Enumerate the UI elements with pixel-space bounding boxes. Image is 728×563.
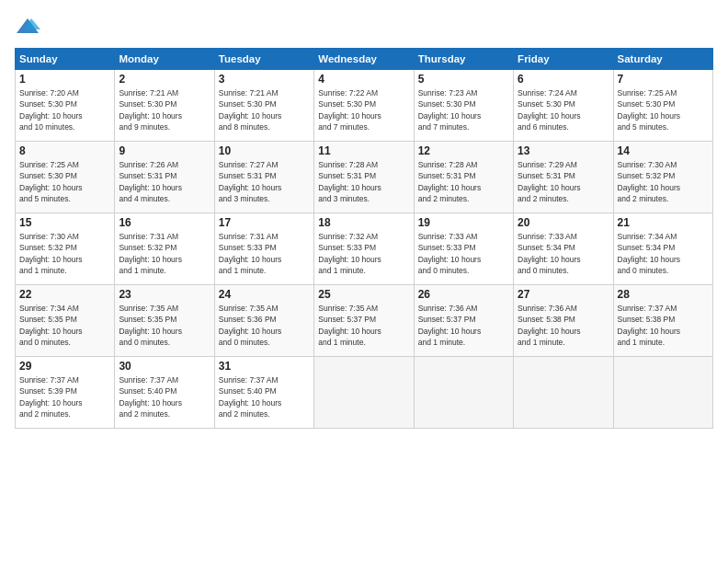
day-info: Sunrise: 7:25 AM Sunset: 5:30 PM Dayligh…	[19, 159, 110, 204]
day-number: 8	[19, 144, 110, 157]
day-number: 9	[119, 144, 210, 157]
calendar-cell: 22Sunrise: 7:34 AM Sunset: 5:35 PM Dayli…	[16, 285, 115, 357]
calendar-cell: 28Sunrise: 7:37 AM Sunset: 5:38 PM Dayli…	[613, 285, 712, 357]
day-number: 13	[518, 144, 609, 157]
day-info: Sunrise: 7:23 AM Sunset: 5:30 PM Dayligh…	[418, 87, 509, 132]
calendar-cell: 26Sunrise: 7:36 AM Sunset: 5:37 PM Dayli…	[414, 285, 513, 357]
day-number: 6	[518, 73, 609, 86]
day-info: Sunrise: 7:32 AM Sunset: 5:33 PM Dayligh…	[318, 231, 409, 276]
logo	[15, 15, 44, 40]
calendar-cell: 15Sunrise: 7:30 AM Sunset: 5:32 PM Dayli…	[16, 213, 115, 285]
day-number: 3	[219, 73, 310, 86]
day-number: 30	[119, 360, 210, 373]
day-info: Sunrise: 7:35 AM Sunset: 5:35 PM Dayligh…	[119, 303, 210, 348]
logo-icon	[15, 15, 40, 40]
calendar-cell: 24Sunrise: 7:35 AM Sunset: 5:36 PM Dayli…	[214, 285, 313, 357]
calendar-cell: 20Sunrise: 7:33 AM Sunset: 5:34 PM Dayli…	[514, 213, 613, 285]
calendar-cell: 16Sunrise: 7:31 AM Sunset: 5:32 PM Dayli…	[115, 213, 214, 285]
calendar-cell: 2Sunrise: 7:21 AM Sunset: 5:30 PM Daylig…	[115, 70, 214, 142]
day-info: Sunrise: 7:37 AM Sunset: 5:39 PM Dayligh…	[19, 374, 110, 419]
calendar-cell: 19Sunrise: 7:33 AM Sunset: 5:33 PM Dayli…	[414, 213, 513, 285]
calendar-cell	[613, 357, 712, 429]
calendar-week-1: 8Sunrise: 7:25 AM Sunset: 5:30 PM Daylig…	[16, 142, 713, 213]
calendar-cell: 10Sunrise: 7:27 AM Sunset: 5:31 PM Dayli…	[214, 142, 313, 213]
day-number: 19	[418, 216, 509, 229]
day-number: 18	[318, 216, 409, 229]
day-info: Sunrise: 7:37 AM Sunset: 5:40 PM Dayligh…	[119, 374, 210, 419]
day-number: 27	[518, 288, 609, 301]
day-number: 10	[219, 144, 310, 157]
day-header-wednesday: Wednesday	[314, 49, 414, 70]
calendar-cell: 23Sunrise: 7:35 AM Sunset: 5:35 PM Dayli…	[115, 285, 214, 357]
day-info: Sunrise: 7:30 AM Sunset: 5:32 PM Dayligh…	[19, 231, 110, 276]
calendar-cell: 31Sunrise: 7:37 AM Sunset: 5:40 PM Dayli…	[214, 357, 313, 429]
day-number: 7	[618, 73, 709, 86]
calendar-cell: 25Sunrise: 7:35 AM Sunset: 5:37 PM Dayli…	[314, 285, 414, 357]
day-number: 12	[418, 144, 509, 157]
day-number: 28	[618, 288, 709, 301]
calendar-cell: 3Sunrise: 7:21 AM Sunset: 5:30 PM Daylig…	[214, 70, 313, 142]
day-number: 25	[318, 288, 409, 301]
day-number: 20	[518, 216, 609, 229]
calendar-cell: 6Sunrise: 7:24 AM Sunset: 5:30 PM Daylig…	[514, 70, 613, 142]
calendar-cell: 30Sunrise: 7:37 AM Sunset: 5:40 PM Dayli…	[115, 357, 214, 429]
day-header-friday: Friday	[514, 49, 613, 70]
day-number: 5	[418, 73, 509, 86]
calendar-cell	[414, 357, 513, 429]
day-info: Sunrise: 7:28 AM Sunset: 5:31 PM Dayligh…	[418, 159, 509, 204]
day-info: Sunrise: 7:31 AM Sunset: 5:33 PM Dayligh…	[219, 231, 310, 276]
day-info: Sunrise: 7:28 AM Sunset: 5:31 PM Dayligh…	[318, 159, 409, 204]
day-number: 24	[219, 288, 310, 301]
day-info: Sunrise: 7:24 AM Sunset: 5:30 PM Dayligh…	[518, 87, 609, 132]
calendar-header-row: SundayMondayTuesdayWednesdayThursdayFrid…	[16, 49, 713, 70]
day-info: Sunrise: 7:36 AM Sunset: 5:38 PM Dayligh…	[518, 303, 609, 348]
calendar-cell: 21Sunrise: 7:34 AM Sunset: 5:34 PM Dayli…	[613, 213, 712, 285]
day-number: 23	[119, 288, 210, 301]
day-info: Sunrise: 7:22 AM Sunset: 5:30 PM Dayligh…	[318, 87, 409, 132]
day-info: Sunrise: 7:26 AM Sunset: 5:31 PM Dayligh…	[119, 159, 210, 204]
day-number: 14	[618, 144, 709, 157]
calendar-cell: 9Sunrise: 7:26 AM Sunset: 5:31 PM Daylig…	[115, 142, 214, 213]
day-number: 22	[19, 288, 110, 301]
day-info: Sunrise: 7:31 AM Sunset: 5:32 PM Dayligh…	[119, 231, 210, 276]
day-info: Sunrise: 7:21 AM Sunset: 5:30 PM Dayligh…	[219, 87, 310, 132]
day-number: 17	[219, 216, 310, 229]
day-info: Sunrise: 7:35 AM Sunset: 5:36 PM Dayligh…	[219, 303, 310, 348]
calendar-week-2: 15Sunrise: 7:30 AM Sunset: 5:32 PM Dayli…	[16, 213, 713, 285]
day-number: 31	[219, 360, 310, 373]
calendar-cell: 7Sunrise: 7:25 AM Sunset: 5:30 PM Daylig…	[613, 70, 712, 142]
calendar-cell: 11Sunrise: 7:28 AM Sunset: 5:31 PM Dayli…	[314, 142, 414, 213]
day-header-tuesday: Tuesday	[214, 49, 313, 70]
day-info: Sunrise: 7:37 AM Sunset: 5:40 PM Dayligh…	[219, 374, 310, 419]
day-info: Sunrise: 7:37 AM Sunset: 5:38 PM Dayligh…	[618, 303, 709, 348]
calendar-cell: 17Sunrise: 7:31 AM Sunset: 5:33 PM Dayli…	[214, 213, 313, 285]
day-number: 15	[19, 216, 110, 229]
calendar-week-3: 22Sunrise: 7:34 AM Sunset: 5:35 PM Dayli…	[16, 285, 713, 357]
day-number: 11	[318, 144, 409, 157]
calendar-cell: 4Sunrise: 7:22 AM Sunset: 5:30 PM Daylig…	[314, 70, 414, 142]
day-info: Sunrise: 7:33 AM Sunset: 5:34 PM Dayligh…	[518, 231, 609, 276]
day-info: Sunrise: 7:34 AM Sunset: 5:34 PM Dayligh…	[618, 231, 709, 276]
day-header-saturday: Saturday	[613, 49, 712, 70]
calendar-cell	[314, 357, 414, 429]
day-number: 1	[19, 73, 110, 86]
day-info: Sunrise: 7:25 AM Sunset: 5:30 PM Dayligh…	[618, 87, 709, 132]
day-info: Sunrise: 7:35 AM Sunset: 5:37 PM Dayligh…	[318, 303, 409, 348]
day-header-sunday: Sunday	[16, 49, 115, 70]
day-info: Sunrise: 7:36 AM Sunset: 5:37 PM Dayligh…	[418, 303, 509, 348]
day-number: 16	[119, 216, 210, 229]
day-header-monday: Monday	[115, 49, 214, 70]
day-number: 26	[418, 288, 509, 301]
calendar-cell: 12Sunrise: 7:28 AM Sunset: 5:31 PM Dayli…	[414, 142, 513, 213]
day-info: Sunrise: 7:21 AM Sunset: 5:30 PM Dayligh…	[119, 87, 210, 132]
header	[15, 15, 713, 40]
calendar-cell	[514, 357, 613, 429]
calendar-cell: 29Sunrise: 7:37 AM Sunset: 5:39 PM Dayli…	[16, 357, 115, 429]
calendar-cell: 1Sunrise: 7:20 AM Sunset: 5:30 PM Daylig…	[16, 70, 115, 142]
day-header-thursday: Thursday	[414, 49, 513, 70]
day-info: Sunrise: 7:29 AM Sunset: 5:31 PM Dayligh…	[518, 159, 609, 204]
day-info: Sunrise: 7:34 AM Sunset: 5:35 PM Dayligh…	[19, 303, 110, 348]
day-number: 21	[618, 216, 709, 229]
day-number: 29	[19, 360, 110, 373]
calendar-body: 1Sunrise: 7:20 AM Sunset: 5:30 PM Daylig…	[16, 70, 713, 429]
